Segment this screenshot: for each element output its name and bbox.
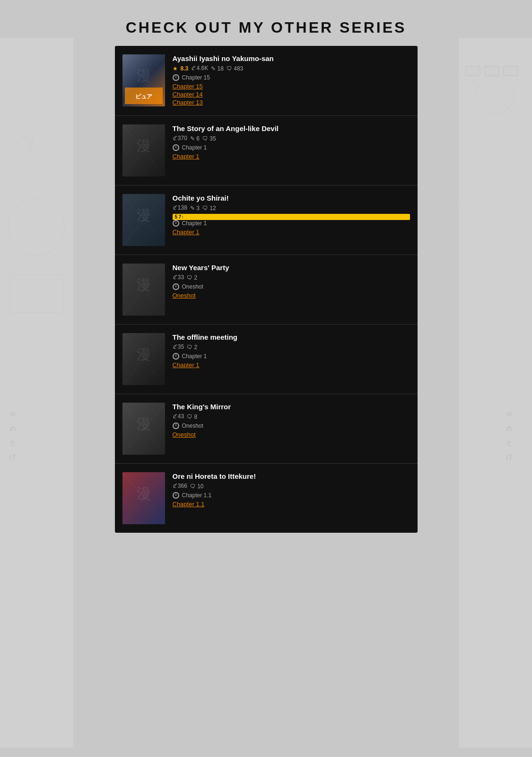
series-info-3: Ochite yo Shirai!ℭ 138✎ 3🗨 125 7↑Chapter… xyxy=(173,194,410,237)
views-stat: ℭ 370 xyxy=(173,135,187,142)
latest-chapter-2: Chapter 1 xyxy=(173,144,410,151)
series-thumb-3: 漫 xyxy=(122,194,165,246)
series-title-2[interactable]: The Story of an Angel-like Devil xyxy=(173,124,410,132)
comment-stat: 🗨 2 xyxy=(187,344,197,351)
latest-chapter-text: Chapter 1 xyxy=(182,353,207,360)
series-title-4[interactable]: New Years' Party xyxy=(173,264,410,272)
series-title-7[interactable]: Ore ni Horeta to Ittekure! xyxy=(173,472,410,480)
thumb-image-4[interactable]: 漫 xyxy=(122,264,165,316)
series-title-5[interactable]: The offline meeting xyxy=(173,333,410,341)
series-item-4: 漫 New Years' Partyℭ 33🗨 2OneshotOneshot xyxy=(115,255,418,325)
series-info-2: The Story of an Angel-like Devilℭ 370✎ 6… xyxy=(173,124,410,161)
latest-chapter-text: Chapter 1 xyxy=(182,144,207,151)
comment-icon: 🗨 xyxy=(227,65,232,72)
latest-chapter-3: Chapter 1 xyxy=(173,220,410,227)
svg-text:漫: 漫 xyxy=(137,416,151,431)
views-stat: ℭ 35 xyxy=(173,343,184,351)
svg-text:漫: 漫 xyxy=(137,207,151,223)
svg-text:と: と xyxy=(9,439,16,446)
chapter-link-2-0[interactable]: Chapter 1 xyxy=(173,153,410,160)
comment-icon: 🗨 xyxy=(187,344,192,351)
series-info-6: The King's Mirrorℭ 43🗨 8OneshotOneshot xyxy=(173,403,410,439)
views-stat: ℭ 4.6K xyxy=(191,65,208,72)
chapter-link-6-0[interactable]: Oneshot xyxy=(173,431,410,438)
bookmark-icon: ✎ xyxy=(190,205,195,211)
views-icon: ℭ xyxy=(173,343,176,350)
svg-text:漫: 漫 xyxy=(137,485,151,501)
chapter-link-3-0[interactable]: Chapter 1 xyxy=(173,229,410,236)
series-item-7: 漫 Ore ni Horeta to Ittekure!ℭ 366🗨 10Cha… xyxy=(115,464,418,533)
clock-icon xyxy=(173,353,179,360)
views-icon: ℭ xyxy=(173,483,176,489)
svg-rect-14 xyxy=(485,66,499,76)
chapter-link-1-1[interactable]: Chapter 14 xyxy=(173,91,410,98)
comment-stat: 🗨 35 xyxy=(202,135,216,142)
series-title-6[interactable]: The King's Mirror xyxy=(173,403,410,411)
svg-rect-13 xyxy=(466,66,480,76)
chapter-link-4-0[interactable]: Oneshot xyxy=(173,292,410,299)
series-item-6: 漫 The King's Mirrorℭ 43🗨 8OneshotOneshot xyxy=(115,394,418,464)
series-stats-5: ℭ 35🗨 2 xyxy=(173,343,410,351)
views-stat: ℭ 43 xyxy=(173,413,184,420)
series-item-5: 漫 The offline meetingℭ 35🗨 2Chapter 1Cha… xyxy=(115,325,418,394)
chapter-link-1-0[interactable]: Chapter 15 xyxy=(173,83,410,90)
bookmark-icon: ✎ xyxy=(190,135,195,142)
bookmark-icon: ✎ xyxy=(211,65,216,72)
series-stats-3: ℭ 138✎ 3🗨 12 xyxy=(173,204,410,211)
views-icon: ℭ xyxy=(173,413,176,420)
latest-chapter-5: Chapter 1 xyxy=(173,353,410,360)
thumb-image-3[interactable]: 漫 xyxy=(122,194,165,246)
manga-bg-left: 7 や め と け xyxy=(0,38,73,748)
views-icon: ℭ xyxy=(173,204,176,211)
svg-text:や: や xyxy=(506,410,513,418)
svg-text:め: め xyxy=(9,424,16,432)
svg-text:け: け xyxy=(506,453,513,460)
series-item-2: 漫 The Story of an Angel-like Devilℭ 370✎… xyxy=(115,116,418,185)
latest-chapter-7: Chapter 1.1 xyxy=(173,492,410,499)
thumb-image-6[interactable]: 漫 xyxy=(122,403,165,455)
series-thumb-6: 漫 xyxy=(122,403,165,455)
svg-text:や: や xyxy=(9,410,16,418)
series-stats-4: ℭ 33🗨 2 xyxy=(173,274,410,281)
star-icon: ★ xyxy=(173,65,178,72)
latest-chapter-text: Oneshot xyxy=(182,423,203,429)
chapter-link-7-0[interactable]: Chapter 1.1 xyxy=(173,501,410,508)
clock-icon xyxy=(173,423,179,429)
latest-chapter-text: Chapter 1.1 xyxy=(182,492,212,499)
manga-bg-right: や め と け xyxy=(459,38,532,748)
latest-chapter-text: Chapter 15 xyxy=(182,74,210,81)
svg-rect-10 xyxy=(459,38,532,748)
series-info-7: Ore ni Horeta to Ittekure!ℭ 366🗨 10Chapt… xyxy=(173,472,410,509)
latest-chapter-6: Oneshot xyxy=(173,423,410,429)
thumb-image-7[interactable]: 漫 xyxy=(122,472,165,524)
series-item-1: ピュア 漫 Ayashii Iyashi no Yakumo-san★8.3ℭ … xyxy=(115,46,418,116)
series-thumb-2: 漫 xyxy=(122,124,165,176)
svg-text:漫: 漫 xyxy=(137,277,151,292)
views-stat: ℭ 33 xyxy=(173,274,184,281)
series-title-1[interactable]: Ayashii Iyashi no Yakumo-san xyxy=(173,54,410,62)
thumb-image-5[interactable]: 漫 xyxy=(122,333,165,385)
series-thumb-5: 漫 xyxy=(122,333,165,385)
series-item-3: 漫 Ochite yo Shirai!ℭ 138✎ 3🗨 125 7↑Chapt… xyxy=(115,185,418,255)
svg-text:漫: 漫 xyxy=(137,68,151,83)
views-icon: ℭ xyxy=(173,274,176,281)
latest-chapter-text: Chapter 1 xyxy=(182,220,207,227)
series-stats-2: ℭ 370✎ 6🗨 35 xyxy=(173,135,410,142)
thumb-image-2[interactable]: 漫 xyxy=(122,124,165,176)
chapter-link-1-2[interactable]: Chapter 13 xyxy=(173,99,410,106)
comment-stat: 🗨 10 xyxy=(190,483,204,490)
comment-icon: 🗨 xyxy=(202,205,208,211)
views-stat: ℭ 366 xyxy=(173,483,187,490)
series-stats-6: ℭ 43🗨 8 xyxy=(173,413,410,420)
series-title-3[interactable]: Ochite yo Shirai! xyxy=(173,194,410,202)
views-icon: ℭ xyxy=(191,65,195,71)
clock-icon xyxy=(173,492,179,499)
comment-stat: 🗨 12 xyxy=(202,205,216,211)
clock-icon xyxy=(173,74,179,81)
svg-text:と: と xyxy=(506,439,513,446)
comment-icon: 🗨 xyxy=(187,414,192,420)
thumb-image-1[interactable]: ピュア 漫 xyxy=(122,54,165,106)
svg-text:漫: 漫 xyxy=(137,346,151,362)
svg-text:け: け xyxy=(9,453,16,460)
chapter-link-5-0[interactable]: Chapter 1 xyxy=(173,361,410,369)
